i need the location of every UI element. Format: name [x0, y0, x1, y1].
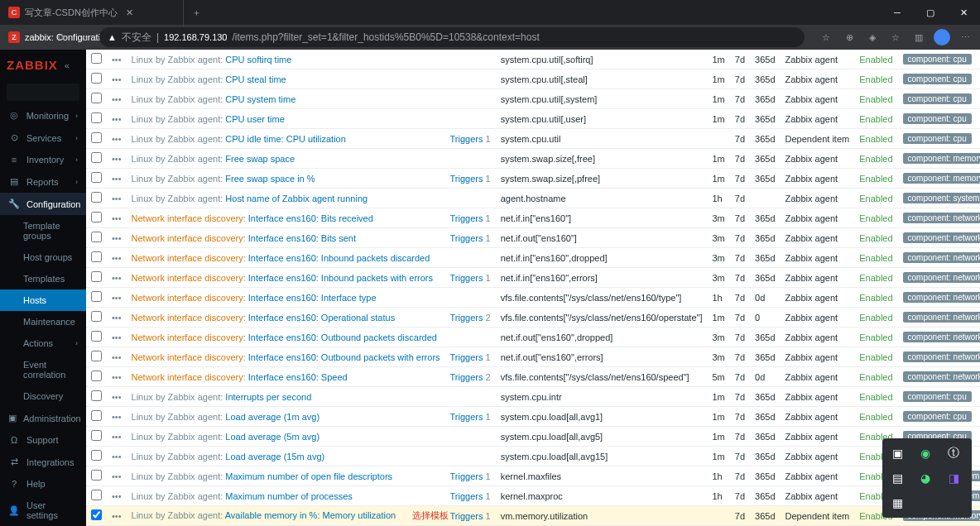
item-link[interactable]: Free swap space in %	[225, 174, 315, 184]
row-menu-icon[interactable]: •••	[107, 109, 127, 129]
status-link[interactable]: Enabled	[859, 114, 892, 124]
item-link[interactable]: Interface ens160: Interface type	[248, 293, 377, 303]
row-checkbox[interactable]	[91, 490, 102, 500]
row-checkbox[interactable]	[91, 132, 102, 143]
row-menu-icon[interactable]: •••	[107, 149, 127, 169]
item-link[interactable]: Load average (15m avg)	[225, 452, 324, 461]
row-menu-icon[interactable]: •••	[107, 268, 127, 288]
item-link[interactable]: Load average (5m avg)	[225, 432, 319, 442]
row-checkbox[interactable]	[91, 470, 102, 481]
row-menu-icon[interactable]: •••	[107, 367, 127, 387]
row-checkbox[interactable]	[91, 192, 102, 203]
item-link[interactable]: CPU idle time: CPU utilization	[225, 134, 346, 144]
row-checkbox[interactable]	[91, 152, 102, 163]
status-link[interactable]: Enabled	[859, 372, 892, 382]
sidebar-item-reports[interactable]: ▤Reports›	[0, 170, 86, 193]
row-menu-icon[interactable]: •••	[107, 466, 127, 486]
sidebar-item-configuration[interactable]: 🔧Configuration›	[0, 193, 86, 215]
reload-icon[interactable]: ⟳	[53, 29, 70, 45]
triggers-link[interactable]: Triggers	[450, 134, 483, 144]
row-checkbox[interactable]	[91, 232, 102, 242]
float-icon-1[interactable]: ▣	[887, 443, 907, 463]
item-link[interactable]: CPU system time	[225, 94, 295, 104]
row-menu-icon[interactable]: •••	[107, 347, 127, 367]
close-button[interactable]: ✕	[947, 0, 980, 25]
sidebar-item-integrations[interactable]: ⇄Integrations	[0, 451, 86, 473]
row-menu-icon[interactable]: •••	[107, 407, 127, 427]
row-menu-icon[interactable]: •••	[107, 288, 127, 308]
item-link[interactable]: CPU steal time	[225, 74, 286, 84]
row-menu-icon[interactable]: •••	[107, 169, 127, 189]
new-tab-button[interactable]: ＋	[184, 7, 209, 19]
status-link[interactable]: Enabled	[859, 332, 892, 342]
reader-icon[interactable]: ▥	[910, 29, 927, 45]
triggers-link[interactable]: Triggers	[450, 511, 483, 521]
item-link[interactable]: Interface ens160: Bits sent	[248, 233, 356, 243]
item-link[interactable]: Interface ens160: Outbound packets disca…	[248, 332, 437, 342]
row-checkbox[interactable]	[91, 450, 102, 461]
row-menu-icon[interactable]: •••	[107, 69, 127, 89]
tab-close-icon[interactable]: ✕	[122, 7, 137, 18]
row-menu-icon[interactable]: •••	[107, 427, 127, 447]
item-link[interactable]: Maximum number of open file descriptors	[225, 471, 392, 481]
triggers-link[interactable]: Triggers	[450, 233, 483, 243]
item-link[interactable]: Interface ens160: Operational status	[248, 313, 395, 323]
sidebar-subitem-host-groups[interactable]: Host groups	[0, 246, 86, 268]
avatar[interactable]	[934, 29, 950, 45]
row-checkbox[interactable]	[91, 73, 102, 84]
status-link[interactable]: Enabled	[859, 412, 892, 422]
row-menu-icon[interactable]: •••	[107, 208, 127, 228]
row-menu-icon[interactable]: •••	[107, 189, 127, 208]
item-link[interactable]: Host name of Zabbix agent running	[225, 194, 368, 203]
row-checkbox[interactable]	[91, 112, 102, 123]
sidebar-item-administration[interactable]: ▣Administration›	[0, 407, 86, 429]
row-checkbox[interactable]	[91, 53, 102, 64]
star-icon[interactable]: ☆	[818, 29, 834, 45]
status-link[interactable]: Enabled	[859, 94, 892, 104]
translate-icon[interactable]: ⊕	[841, 29, 858, 45]
row-menu-icon[interactable]: •••	[107, 387, 127, 407]
row-checkbox[interactable]	[91, 271, 102, 282]
status-link[interactable]: Enabled	[859, 154, 892, 164]
sidebar-item-user-settings[interactable]: 👤User settings	[0, 495, 86, 526]
back-icon[interactable]: ←	[7, 29, 23, 45]
triggers-link[interactable]: Triggers	[450, 491, 483, 501]
status-link[interactable]: Enabled	[859, 293, 892, 303]
row-menu-icon[interactable]: •••	[107, 328, 127, 347]
status-link[interactable]: Enabled	[859, 273, 892, 283]
row-checkbox[interactable]	[91, 331, 102, 342]
row-checkbox[interactable]	[91, 172, 102, 183]
row-menu-icon[interactable]: •••	[107, 50, 127, 69]
triggers-link[interactable]: Triggers	[450, 313, 483, 323]
item-link[interactable]: Free swap space	[225, 154, 295, 164]
status-link[interactable]: Enabled	[859, 174, 892, 184]
item-link[interactable]: Load average (1m avg)	[225, 412, 319, 422]
row-checkbox[interactable]	[91, 351, 102, 361]
sidebar-subitem-hosts[interactable]: Hosts	[0, 289, 86, 311]
collapse-icon[interactable]: «	[65, 60, 70, 70]
forward-icon[interactable]: →	[30, 29, 46, 45]
status-link[interactable]: Enabled	[859, 233, 892, 243]
row-menu-icon[interactable]: •••	[107, 506, 127, 526]
float-icon-5[interactable]: ◕	[915, 468, 935, 488]
status-link[interactable]: Enabled	[859, 74, 892, 84]
sidebar-item-monitoring[interactable]: ◎Monitoring›	[0, 104, 86, 127]
row-menu-icon[interactable]: •••	[107, 308, 127, 328]
float-icon-6[interactable]: ◨	[944, 468, 963, 488]
sidebar-subitem-template-groups[interactable]: Template groups	[0, 215, 86, 246]
item-link[interactable]: Available memory in %: Memory utilizatio…	[225, 510, 396, 520]
maximize-button[interactable]: ▢	[914, 0, 947, 25]
row-menu-icon[interactable]: •••	[107, 89, 127, 109]
row-checkbox[interactable]	[91, 371, 102, 381]
status-link[interactable]: Enabled	[859, 55, 892, 65]
home-icon[interactable]: ⌂	[76, 29, 93, 45]
sidebar-subitem-actions[interactable]: Actions›	[0, 332, 86, 354]
item-link[interactable]: Interface ens160: Inbound packets discar…	[248, 253, 430, 263]
row-checkbox[interactable]	[91, 93, 102, 103]
row-menu-icon[interactable]: •••	[107, 486, 127, 506]
triggers-link[interactable]: Triggers	[450, 471, 483, 481]
row-checkbox[interactable]	[91, 430, 102, 441]
row-checkbox[interactable]	[91, 212, 102, 222]
float-icon-2[interactable]: ◉	[915, 443, 935, 463]
sidebar-subitem-templates[interactable]: Templates	[0, 268, 86, 289]
